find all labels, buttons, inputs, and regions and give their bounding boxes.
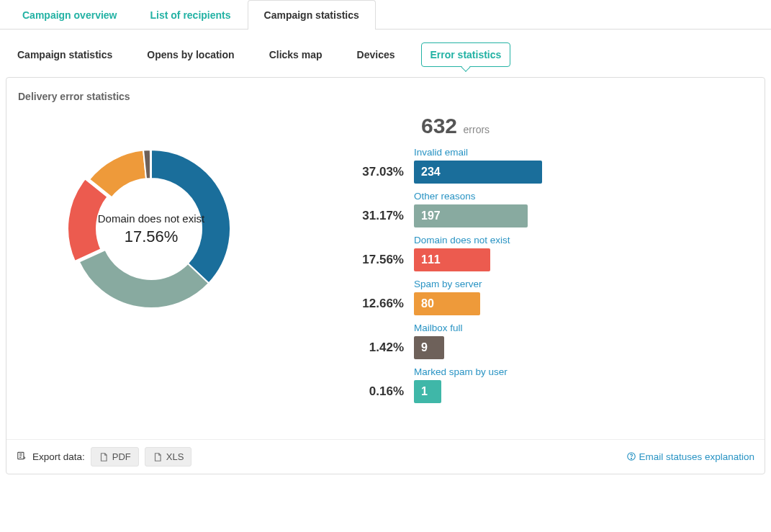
tab-list-of-recipients[interactable]: List of recipients bbox=[134, 0, 248, 30]
donut-chart-area: Domain does not exist 17.56% bbox=[18, 114, 284, 410]
error-row: 12.66%Spam by server80 bbox=[292, 279, 753, 315]
subtab-campaign-statistics[interactable]: Campaign statistics bbox=[9, 43, 121, 66]
help-icon bbox=[626, 451, 636, 461]
error-label-link[interactable]: Invalid email bbox=[414, 147, 542, 158]
error-bar: 1 bbox=[414, 380, 441, 403]
error-percent: 17.56% bbox=[292, 253, 414, 271]
panel-footer: Export data: PDF XLS Email statuses expl… bbox=[6, 439, 765, 474]
error-row: 1.42%Mailbox full9 bbox=[292, 323, 753, 359]
error-bar: 80 bbox=[414, 292, 480, 315]
donut-center-label: Domain does not exist 17.56% bbox=[58, 135, 245, 323]
panel-title: Delivery error statistics bbox=[6, 78, 765, 108]
error-row: 0.16%Marked spam by user1 bbox=[292, 366, 753, 403]
email-statuses-explanation-link[interactable]: Email statuses explanation bbox=[639, 451, 754, 462]
error-row: 31.17%Other reasons197 bbox=[292, 191, 753, 227]
svg-point-2 bbox=[631, 458, 631, 459]
tab-campaign-overview[interactable]: Campaign overview bbox=[6, 0, 134, 30]
export-label: Export data: bbox=[32, 451, 85, 462]
error-label-link[interactable]: Marked spam by user bbox=[414, 366, 508, 377]
error-label-link[interactable]: Other reasons bbox=[414, 191, 528, 202]
error-label-link[interactable]: Spam by server bbox=[414, 279, 482, 289]
file-icon bbox=[153, 452, 163, 462]
export-pdf-button[interactable]: PDF bbox=[91, 447, 139, 466]
total-errors: 632 errors bbox=[421, 114, 753, 138]
subtab-error-statistics[interactable]: Error statistics bbox=[421, 42, 511, 67]
error-bar: 234 bbox=[414, 161, 542, 184]
subtab-opens-by-location[interactable]: Opens by location bbox=[138, 43, 243, 66]
error-label-link[interactable]: Mailbox full bbox=[414, 323, 463, 333]
file-icon bbox=[99, 452, 109, 462]
tab-campaign-statistics[interactable]: Campaign statistics bbox=[248, 0, 376, 30]
error-percent: 1.42% bbox=[292, 341, 414, 359]
subtab-clicks-map[interactable]: Clicks map bbox=[261, 43, 331, 66]
export-xls-button[interactable]: XLS bbox=[145, 447, 192, 466]
error-breakdown: 632 errors 37.03%Invalid email23431.17%O… bbox=[284, 114, 753, 410]
error-percent: 0.16% bbox=[292, 384, 414, 403]
error-statistics-panel: Delivery error statistics Domain does no… bbox=[6, 77, 765, 474]
export-icon bbox=[17, 451, 27, 463]
error-label-link[interactable]: Domain does not exist bbox=[414, 235, 510, 245]
error-row: 17.56%Domain does not exist111 bbox=[292, 235, 753, 271]
secondary-tabs: Campaign statistics Opens by location Cl… bbox=[0, 30, 771, 77]
error-percent: 31.17% bbox=[292, 209, 414, 227]
error-bar: 9 bbox=[414, 336, 444, 359]
error-percent: 12.66% bbox=[292, 297, 414, 315]
primary-tabs: Campaign overview List of recipients Cam… bbox=[0, 0, 771, 30]
error-percent: 37.03% bbox=[292, 165, 414, 184]
error-row: 37.03%Invalid email234 bbox=[292, 147, 753, 184]
error-bar: 111 bbox=[414, 248, 490, 271]
subtab-devices[interactable]: Devices bbox=[348, 43, 404, 66]
error-bar: 197 bbox=[414, 204, 528, 227]
